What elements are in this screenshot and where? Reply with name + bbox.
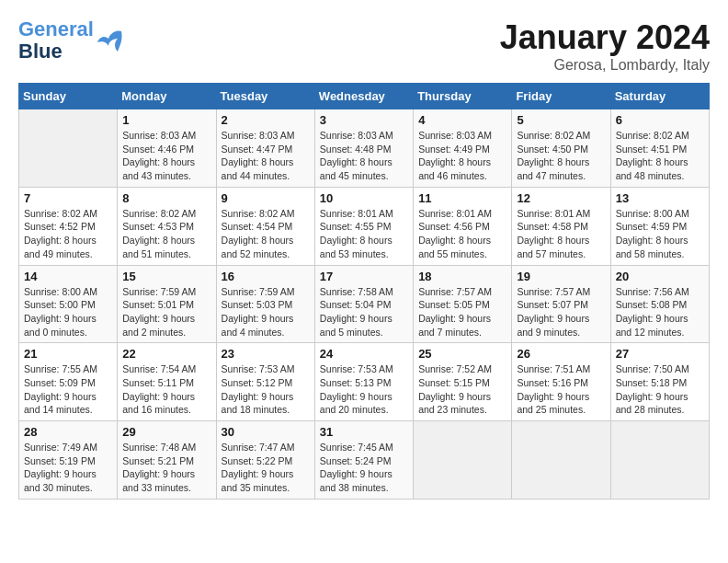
calendar-cell: 24Sunrise: 7:53 AMSunset: 5:13 PMDayligh…	[314, 343, 413, 421]
calendar-cell: 23Sunrise: 7:53 AMSunset: 5:12 PMDayligh…	[216, 343, 314, 421]
day-info: Sunrise: 8:03 AMSunset: 4:46 PMDaylight:…	[122, 129, 210, 183]
day-number: 8	[122, 191, 210, 205]
calendar-cell: 22Sunrise: 7:54 AMSunset: 5:11 PMDayligh…	[118, 343, 216, 421]
calendar-cell	[19, 109, 118, 188]
day-number: 25	[418, 347, 506, 361]
day-number: 31	[320, 425, 408, 439]
day-number: 9	[222, 191, 310, 205]
day-number: 4	[418, 113, 506, 127]
calendar-cell: 12Sunrise: 8:01 AMSunset: 4:58 PMDayligh…	[512, 187, 610, 265]
calendar-cell: 17Sunrise: 7:58 AMSunset: 5:04 PMDayligh…	[314, 265, 413, 343]
day-number: 7	[24, 191, 112, 205]
day-number: 6	[616, 113, 704, 127]
weekday-header: Wednesday	[314, 84, 413, 109]
calendar-cell: 27Sunrise: 7:50 AMSunset: 5:18 PMDayligh…	[610, 343, 709, 421]
day-info: Sunrise: 7:53 AMSunset: 5:13 PMDaylight:…	[320, 362, 408, 417]
calendar-cell: 7Sunrise: 8:02 AMSunset: 4:52 PMDaylight…	[19, 187, 118, 265]
weekday-header: Thursday	[414, 84, 512, 109]
day-number: 20	[616, 270, 704, 283]
day-number: 18	[418, 270, 506, 283]
day-number: 23	[222, 347, 310, 361]
day-number: 14	[24, 270, 112, 283]
calendar-cell	[512, 421, 610, 500]
calendar-cell	[414, 421, 512, 500]
calendar-cell: 13Sunrise: 8:00 AMSunset: 4:59 PMDayligh…	[610, 187, 709, 265]
day-info: Sunrise: 8:02 AMSunset: 4:50 PMDaylight:…	[517, 129, 605, 183]
weekday-header: Monday	[118, 84, 216, 109]
calendar-cell: 3Sunrise: 8:03 AMSunset: 4:48 PMDaylight…	[314, 109, 413, 188]
day-info: Sunrise: 8:02 AMSunset: 4:53 PMDaylight:…	[122, 207, 210, 261]
calendar-cell: 15Sunrise: 7:59 AMSunset: 5:01 PMDayligh…	[118, 265, 216, 343]
weekday-header: Tuesday	[216, 84, 314, 109]
calendar-week-row: 7Sunrise: 8:02 AMSunset: 4:52 PMDaylight…	[19, 187, 710, 265]
day-info: Sunrise: 8:01 AMSunset: 4:58 PMDaylight:…	[517, 207, 605, 261]
day-info: Sunrise: 8:00 AMSunset: 4:59 PMDaylight:…	[616, 207, 704, 261]
calendar-cell: 20Sunrise: 7:56 AMSunset: 5:08 PMDayligh…	[610, 265, 709, 343]
day-number: 22	[122, 347, 210, 361]
calendar-week-row: 1Sunrise: 8:03 AMSunset: 4:46 PMDaylight…	[19, 109, 710, 188]
weekday-header: Friday	[512, 84, 610, 109]
page-header: GeneralBlue January 2024 Gerosa, Lombard…	[18, 18, 710, 74]
calendar-cell: 9Sunrise: 8:02 AMSunset: 4:54 PMDaylight…	[216, 187, 314, 265]
calendar-cell: 10Sunrise: 8:01 AMSunset: 4:55 PMDayligh…	[314, 187, 413, 265]
calendar-cell: 21Sunrise: 7:55 AMSunset: 5:09 PMDayligh…	[19, 343, 118, 421]
calendar-cell: 30Sunrise: 7:47 AMSunset: 5:22 PMDayligh…	[216, 421, 314, 500]
day-info: Sunrise: 7:54 AMSunset: 5:11 PMDaylight:…	[122, 362, 210, 417]
day-number: 30	[222, 425, 310, 439]
calendar-cell: 19Sunrise: 7:57 AMSunset: 5:07 PMDayligh…	[512, 265, 610, 343]
day-number: 11	[418, 191, 506, 205]
day-info: Sunrise: 7:59 AMSunset: 5:01 PMDaylight:…	[122, 285, 210, 339]
day-info: Sunrise: 7:47 AMSunset: 5:22 PMDaylight:…	[222, 441, 310, 495]
calendar-cell: 1Sunrise: 8:03 AMSunset: 4:46 PMDaylight…	[118, 109, 216, 188]
calendar-cell: 4Sunrise: 8:03 AMSunset: 4:49 PMDaylight…	[414, 109, 512, 188]
day-info: Sunrise: 7:56 AMSunset: 5:08 PMDaylight:…	[616, 285, 704, 339]
day-info: Sunrise: 8:03 AMSunset: 4:49 PMDaylight:…	[418, 129, 506, 183]
day-info: Sunrise: 7:49 AMSunset: 5:19 PMDaylight:…	[24, 441, 112, 495]
logo-bird-icon	[96, 26, 125, 55]
day-info: Sunrise: 8:01 AMSunset: 4:55 PMDaylight:…	[320, 207, 408, 261]
day-number: 17	[320, 270, 408, 283]
calendar-cell: 16Sunrise: 7:59 AMSunset: 5:03 PMDayligh…	[216, 265, 314, 343]
weekday-header-row: SundayMondayTuesdayWednesdayThursdayFrid…	[19, 84, 710, 109]
day-number: 3	[320, 113, 408, 127]
calendar-cell: 31Sunrise: 7:45 AMSunset: 5:24 PMDayligh…	[314, 421, 413, 500]
day-number: 13	[616, 191, 704, 205]
title-block: January 2024 Gerosa, Lombardy, Italy	[500, 18, 710, 74]
day-number: 12	[517, 191, 605, 205]
day-number: 21	[24, 347, 112, 361]
day-number: 15	[122, 270, 210, 283]
day-number: 16	[222, 270, 310, 283]
day-info: Sunrise: 7:53 AMSunset: 5:12 PMDaylight:…	[222, 362, 310, 417]
day-number: 10	[320, 191, 408, 205]
location-subtitle: Gerosa, Lombardy, Italy	[500, 57, 710, 74]
day-info: Sunrise: 7:57 AMSunset: 5:07 PMDaylight:…	[517, 285, 605, 339]
day-number: 27	[616, 347, 704, 361]
logo: GeneralBlue	[18, 18, 125, 63]
calendar-cell: 26Sunrise: 7:51 AMSunset: 5:16 PMDayligh…	[512, 343, 610, 421]
calendar-cell: 28Sunrise: 7:49 AMSunset: 5:19 PMDayligh…	[19, 421, 118, 500]
calendar-cell: 6Sunrise: 8:02 AMSunset: 4:51 PMDaylight…	[610, 109, 709, 188]
day-info: Sunrise: 7:51 AMSunset: 5:16 PMDaylight:…	[517, 362, 605, 417]
day-info: Sunrise: 8:02 AMSunset: 4:51 PMDaylight:…	[616, 129, 704, 183]
day-number: 5	[517, 113, 605, 127]
calendar-cell: 5Sunrise: 8:02 AMSunset: 4:50 PMDaylight…	[512, 109, 610, 188]
calendar-cell: 11Sunrise: 8:01 AMSunset: 4:56 PMDayligh…	[414, 187, 512, 265]
day-info: Sunrise: 7:48 AMSunset: 5:21 PMDaylight:…	[122, 441, 210, 495]
calendar-cell: 8Sunrise: 8:02 AMSunset: 4:53 PMDaylight…	[118, 187, 216, 265]
day-info: Sunrise: 7:55 AMSunset: 5:09 PMDaylight:…	[24, 362, 112, 417]
day-number: 28	[24, 425, 112, 439]
day-info: Sunrise: 7:57 AMSunset: 5:05 PMDaylight:…	[418, 285, 506, 339]
month-title: January 2024	[500, 18, 710, 57]
day-info: Sunrise: 8:02 AMSunset: 4:52 PMDaylight:…	[24, 207, 112, 261]
day-info: Sunrise: 7:45 AMSunset: 5:24 PMDaylight:…	[320, 441, 408, 495]
day-number: 29	[122, 425, 210, 439]
calendar-cell: 25Sunrise: 7:52 AMSunset: 5:15 PMDayligh…	[414, 343, 512, 421]
day-info: Sunrise: 7:58 AMSunset: 5:04 PMDaylight:…	[320, 285, 408, 339]
day-info: Sunrise: 8:01 AMSunset: 4:56 PMDaylight:…	[418, 207, 506, 261]
calendar-week-row: 21Sunrise: 7:55 AMSunset: 5:09 PMDayligh…	[19, 343, 710, 421]
day-info: Sunrise: 7:52 AMSunset: 5:15 PMDaylight:…	[418, 362, 506, 417]
day-number: 24	[320, 347, 408, 361]
day-number: 1	[122, 113, 210, 127]
day-number: 26	[517, 347, 605, 361]
calendar-week-row: 14Sunrise: 8:00 AMSunset: 5:00 PMDayligh…	[19, 265, 710, 343]
